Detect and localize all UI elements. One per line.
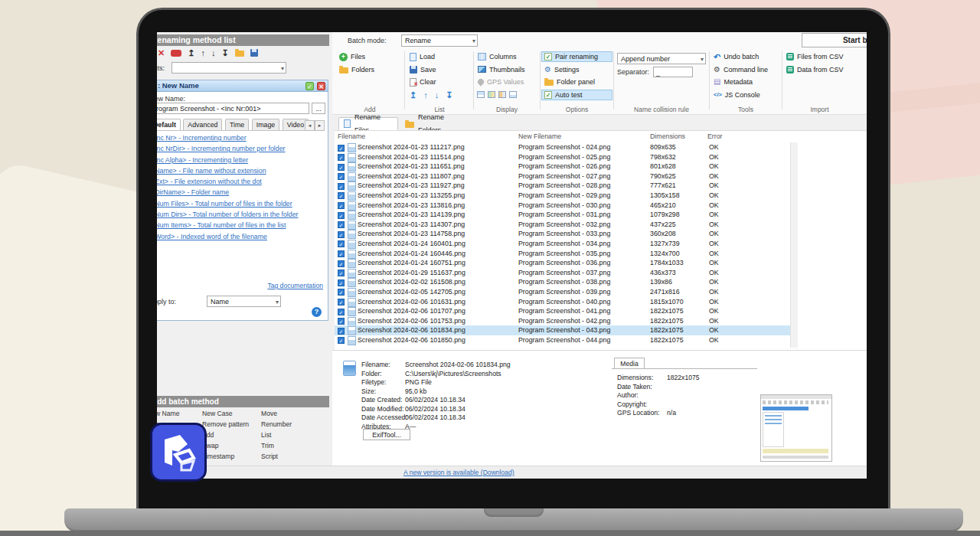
table-row[interactable]: ✓Screenshot 2024-02-06 101707.pngProgram… xyxy=(335,306,790,316)
command-line-button[interactable]: ⚙Command line xyxy=(710,64,781,75)
row-checkbox[interactable]: ✓ xyxy=(338,299,345,306)
col-header-error[interactable]: Error xyxy=(707,132,723,142)
table-row[interactable]: ✓Screenshot 2024-01-23 111651.pngProgram… xyxy=(335,162,790,172)
row-checkbox[interactable]: ✓ xyxy=(338,231,345,238)
table-row[interactable]: ✓Screenshot 2024-01-24 160751.pngProgram… xyxy=(335,258,790,268)
batch-method-link[interactable]: List xyxy=(261,432,307,439)
gps-values-button[interactable]: GPS Values xyxy=(475,77,539,87)
collision-rule-dropdown[interactable]: Append number ▾ xyxy=(617,53,706,64)
row-checkbox[interactable]: ✓ xyxy=(338,154,345,161)
move-top-icon[interactable]: ↥ xyxy=(188,48,194,57)
table-row[interactable]: ✓Screenshot 2024-01-23 111514.pngProgram… xyxy=(335,152,790,162)
row-checkbox[interactable]: ✓ xyxy=(338,183,345,190)
tab-rename-files[interactable]: Rename Files xyxy=(338,117,398,130)
tag-link[interactable]: <Name> - File name without extension xyxy=(157,167,324,175)
row-checkbox[interactable]: ✓ xyxy=(338,173,345,180)
row-checkbox[interactable]: ✓ xyxy=(338,328,345,335)
table-row[interactable]: ✓Screenshot 2024-02-05 142705.pngProgram… xyxy=(335,287,790,297)
add-files-button[interactable]: +Files xyxy=(336,51,403,62)
col-header-new-filename[interactable]: New Filename xyxy=(518,132,561,142)
js-console-button[interactable]: </>JS Console xyxy=(710,90,781,100)
row-checkbox[interactable]: ✓ xyxy=(338,318,345,325)
batch-method-link[interactable]: Remove pattern xyxy=(202,421,257,428)
table-row[interactable]: ✓Screenshot 2024-01-23 113816.pngProgram… xyxy=(335,201,790,211)
row-checkbox[interactable]: ✓ xyxy=(338,240,345,247)
row-checkbox[interactable]: ✓ xyxy=(338,192,345,199)
settings-button[interactable]: ⚙Settings xyxy=(541,64,612,75)
row-checkbox[interactable]: ✓ xyxy=(338,202,345,209)
load-list-button[interactable]: Load xyxy=(407,51,472,62)
data-from-csv-button[interactable]: Data from CSV xyxy=(783,64,856,75)
tag-link[interactable]: <Inc NrDir> - Incrementing number per fo… xyxy=(157,145,324,152)
tag-link[interactable]: <Ext> - File extension without the dot xyxy=(157,178,324,185)
method-close-button[interactable]: ✕ xyxy=(317,82,325,90)
detail-view-icon[interactable] xyxy=(477,91,485,98)
tab-media[interactable]: Media xyxy=(614,358,645,369)
table-row[interactable]: ✓Screenshot 2024-02-06 101631.pngProgram… xyxy=(335,297,790,307)
tab-image[interactable]: Image xyxy=(252,119,279,130)
files-from-csv-button[interactable]: Files from CSV xyxy=(783,51,856,62)
save-list-button[interactable]: Save xyxy=(407,64,472,75)
batch-method-link[interactable]: Trim xyxy=(261,443,307,449)
pair-renaming-toggle[interactable]: ✓Pair renaming xyxy=(541,51,612,62)
row-checkbox[interactable]: ✓ xyxy=(338,221,345,228)
columns-button[interactable]: Columns xyxy=(475,51,539,62)
move-up-icon[interactable]: ↑ xyxy=(201,48,205,57)
row-checkbox[interactable]: ✓ xyxy=(338,250,345,257)
move-down-icon[interactable]: ↓ xyxy=(211,48,216,57)
row-checkbox[interactable]: ✓ xyxy=(338,145,345,152)
row-checkbox[interactable]: ✓ xyxy=(338,279,345,286)
batch-method-link[interactable]: Add xyxy=(202,432,257,439)
clear-list-button[interactable]: Clear xyxy=(407,77,472,87)
tag-documentation-link[interactable]: Tag documentation xyxy=(267,282,323,289)
tab-rename-folders[interactable]: Rename Folders xyxy=(400,117,474,130)
new-version-link[interactable]: A new version is available (Download) xyxy=(403,469,514,476)
tag-link[interactable]: <Num Items> - Total number of files in t… xyxy=(157,221,324,229)
undo-batch-button[interactable]: ↶Undo batch xyxy=(710,51,781,62)
row-checkbox[interactable]: ✓ xyxy=(338,309,345,315)
delete-method-icon[interactable]: ✕ xyxy=(158,49,165,57)
metadata-button[interactable]: ▤Metadata xyxy=(710,77,781,87)
row-checkbox[interactable]: ✓ xyxy=(338,337,345,344)
batch-method-link[interactable]: New Name xyxy=(157,410,199,417)
row-checkbox[interactable]: ✓ xyxy=(338,289,345,296)
batch-method-link[interactable]: Timestamp xyxy=(202,453,257,460)
batch-method-link[interactable]: Renumber xyxy=(261,421,307,428)
table-row[interactable]: ✓Screenshot 2024-02-06 101753.pngProgram… xyxy=(335,316,790,326)
move-down-icon[interactable]: ↓ xyxy=(435,90,439,100)
tab-default[interactable]: Default xyxy=(157,119,181,130)
batch-method-link[interactable]: Script xyxy=(261,453,307,460)
row-checkbox[interactable]: ✓ xyxy=(338,270,345,276)
add-folders-button[interactable]: Folders xyxy=(336,64,403,75)
row-checkbox[interactable]: ✓ xyxy=(338,212,345,219)
open-preset-icon[interactable] xyxy=(235,51,244,57)
more-button[interactable]: ... xyxy=(312,103,325,114)
folder-panel-button[interactable]: Folder panel xyxy=(541,77,612,87)
tab-scroll-left-icon[interactable]: ◂ xyxy=(305,120,315,131)
method-titlebar[interactable]: 1 : New Name ✓ ✕ xyxy=(157,80,328,92)
tab-scroll-right-icon[interactable]: ▸ xyxy=(315,120,325,131)
table-row[interactable]: ✓Screenshot 2024-02-02 161508.pngProgram… xyxy=(335,277,790,287)
table-row[interactable]: ✓Screenshot 2024-01-23 111217.pngProgram… xyxy=(335,142,790,152)
separator-input[interactable]: _ xyxy=(653,67,693,77)
tab-advanced[interactable]: Advanced xyxy=(183,119,222,130)
batch-method-link[interactable]: Move xyxy=(261,410,307,417)
save-preset-icon[interactable] xyxy=(250,49,258,57)
row-checkbox[interactable]: ✓ xyxy=(338,260,345,267)
method-enabled-checkbox[interactable]: ✓ xyxy=(305,82,314,90)
tag-link[interactable]: <Inc Nr> - Incrementing number xyxy=(157,134,324,142)
auto-test-toggle[interactable]: ✓Auto test xyxy=(541,90,612,100)
batch-method-link[interactable]: New Case xyxy=(202,410,257,417)
batch-method-link[interactable]: Swap xyxy=(202,443,257,449)
row-checkbox[interactable]: ✓ xyxy=(338,164,345,171)
tag-link[interactable]: <DirName> - Folder name xyxy=(157,188,324,196)
move-top-icon[interactable]: ↥ xyxy=(410,90,416,100)
table-row[interactable]: ✓Screenshot 2024-01-24 160401.pngProgram… xyxy=(335,239,790,249)
table-row[interactable]: ✓Screenshot 2024-01-23 111927.pngProgram… xyxy=(335,181,790,191)
move-bottom-icon[interactable]: ↧ xyxy=(446,90,452,100)
thumbnails-button[interactable]: Thumbnails xyxy=(475,64,539,75)
col-header-filename[interactable]: Filename xyxy=(338,132,365,142)
tag-link[interactable]: <Word> - Indexed word of the filename xyxy=(157,233,324,240)
exiftool-button[interactable]: ExifTool... xyxy=(363,429,410,440)
move-up-icon[interactable]: ↑ xyxy=(423,90,428,100)
